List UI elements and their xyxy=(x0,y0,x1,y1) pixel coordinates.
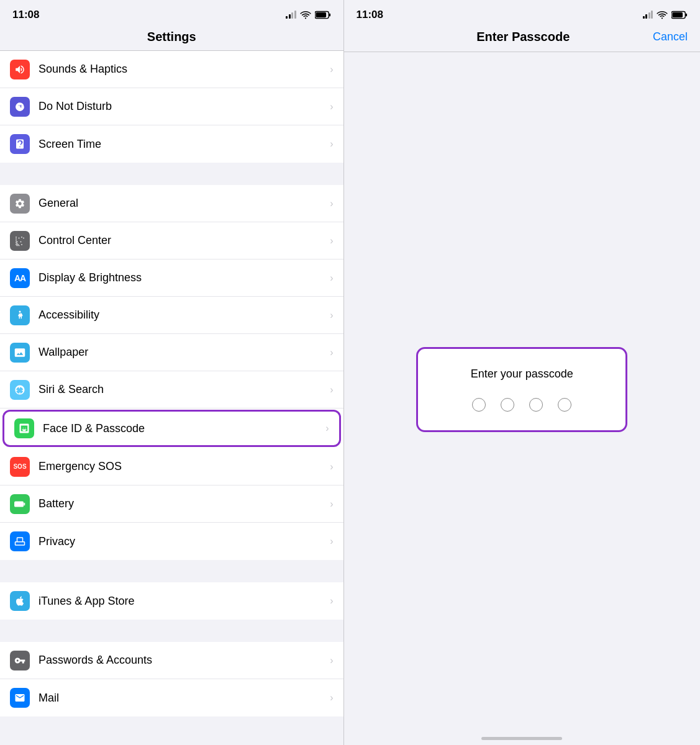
sidebar-item-siri-search[interactable]: Siri & Search › xyxy=(0,371,343,409)
svg-rect-4 xyxy=(14,501,24,507)
right-header: Enter Passcode Cancel xyxy=(344,26,700,52)
sidebar-item-itunes-app-store[interactable]: iTunes & App Store › xyxy=(0,582,343,620)
control-center-label: Control Center xyxy=(39,234,330,247)
sidebar-item-passwords-accounts[interactable]: Passwords & Accounts › xyxy=(0,642,343,679)
display-brightness-icon: AA xyxy=(10,268,30,288)
sounds-haptics-chevron: › xyxy=(330,64,333,75)
battery-chevron: › xyxy=(330,499,333,510)
face-id-passcode-label: Face ID & Passcode xyxy=(43,422,325,435)
left-time: 11:08 xyxy=(12,9,39,21)
wallpaper-label: Wallpaper xyxy=(39,346,330,359)
right-home-bar xyxy=(481,737,562,740)
accessibility-label: Accessibility xyxy=(39,309,330,322)
section-notifications: Sounds & Haptics › Do Not Disturb › Scre… xyxy=(0,51,343,163)
display-brightness-label: Display & Brightness xyxy=(39,271,330,284)
left-status-bar: 11:08 xyxy=(0,0,343,26)
right-status-bar: 11:08 xyxy=(344,0,700,26)
sidebar-item-do-not-disturb[interactable]: Do Not Disturb › xyxy=(0,88,343,125)
battery-icon xyxy=(315,11,331,19)
siri-search-label: Siri & Search xyxy=(39,383,330,396)
control-center-icon xyxy=(10,231,30,251)
passcode-dot-1 xyxy=(472,398,486,412)
mail-icon xyxy=(10,688,30,708)
sidebar-item-privacy[interactable]: Privacy › xyxy=(0,523,343,560)
sounds-haptics-icon xyxy=(10,60,30,79)
sidebar-item-face-id-passcode[interactable]: Face ID & Passcode › xyxy=(2,410,341,447)
gap-3 xyxy=(0,620,343,642)
gap-1 xyxy=(0,163,343,185)
siri-search-icon xyxy=(10,380,30,400)
sidebar-item-general[interactable]: General › xyxy=(0,185,343,222)
passcode-box: Enter your passcode xyxy=(416,347,627,432)
battery-label: Battery xyxy=(39,497,330,510)
general-label: General xyxy=(39,197,330,210)
accessibility-icon xyxy=(10,305,30,325)
gap-2 xyxy=(0,560,343,582)
face-id-icon xyxy=(14,418,34,438)
itunes-app-store-chevron: › xyxy=(330,595,333,607)
accessibility-chevron: › xyxy=(330,310,333,321)
privacy-label: Privacy xyxy=(39,535,330,548)
sidebar-item-screen-time[interactable]: Screen Time › xyxy=(0,125,343,163)
signal-icon xyxy=(286,11,296,19)
svg-rect-5 xyxy=(24,502,25,505)
privacy-chevron: › xyxy=(330,536,333,547)
page-title: Settings xyxy=(147,30,196,43)
sounds-haptics-label: Sounds & Haptics xyxy=(39,63,330,76)
face-id-passcode-chevron: › xyxy=(325,423,329,434)
do-not-disturb-chevron: › xyxy=(330,101,333,112)
section-system: General › Control Center › AA Display & … xyxy=(0,185,343,560)
sidebar-item-accessibility[interactable]: Accessibility › xyxy=(0,297,343,334)
wallpaper-chevron: › xyxy=(330,347,333,358)
settings-title-bar: Settings xyxy=(0,26,343,50)
section-apps1: iTunes & App Store › xyxy=(0,582,343,620)
right-panel: 11:08 Enter Passcode Cancel E xyxy=(344,0,700,745)
sidebar-item-display-brightness[interactable]: AA Display & Brightness › xyxy=(0,260,343,297)
screen-time-chevron: › xyxy=(330,138,333,150)
appstore-icon xyxy=(10,591,30,611)
wallpaper-icon xyxy=(10,343,30,363)
display-brightness-chevron: › xyxy=(330,273,333,284)
svg-point-3 xyxy=(19,310,21,312)
mail-label: Mail xyxy=(39,692,330,705)
screen-time-icon xyxy=(10,134,30,154)
right-bottom-area xyxy=(344,726,700,745)
siri-search-chevron: › xyxy=(330,384,333,395)
svg-rect-8 xyxy=(672,12,683,17)
right-signal-icon xyxy=(643,11,653,19)
passcode-prompt: Enter your passcode xyxy=(471,368,573,381)
svg-rect-2 xyxy=(316,12,326,17)
right-time: 11:08 xyxy=(357,9,383,21)
right-wifi-icon xyxy=(657,11,668,19)
sidebar-item-wallpaper[interactable]: Wallpaper › xyxy=(0,334,343,371)
left-status-icons xyxy=(286,11,331,19)
section-apps2: Passwords & Accounts › Mail › xyxy=(0,642,343,716)
do-not-disturb-label: Do Not Disturb xyxy=(39,100,330,113)
enter-passcode-title: Enter Passcode xyxy=(394,30,653,44)
cancel-button[interactable]: Cancel xyxy=(653,30,688,43)
privacy-icon xyxy=(10,531,30,551)
battery-row-icon xyxy=(10,494,30,514)
right-status-icons xyxy=(643,11,688,19)
sidebar-item-control-center[interactable]: Control Center › xyxy=(0,222,343,260)
emergency-sos-label: Emergency SOS xyxy=(39,460,330,473)
emergency-sos-icon: SOS xyxy=(10,457,30,477)
passcode-dot-2 xyxy=(501,398,514,412)
passwords-accounts-label: Passwords & Accounts xyxy=(39,654,330,667)
do-not-disturb-icon xyxy=(10,97,30,117)
sidebar-item-battery[interactable]: Battery › xyxy=(0,485,343,523)
sidebar-item-emergency-sos[interactable]: SOS Emergency SOS › xyxy=(0,448,343,485)
sidebar-item-sounds-haptics[interactable]: Sounds & Haptics › xyxy=(0,51,343,88)
control-center-chevron: › xyxy=(330,235,333,246)
passcode-dot-4 xyxy=(558,398,571,412)
general-chevron: › xyxy=(330,198,333,209)
passcode-content: Enter your passcode xyxy=(344,52,700,726)
passcode-dot-3 xyxy=(529,398,543,412)
settings-list: Sounds & Haptics › Do Not Disturb › Scre… xyxy=(0,51,343,745)
general-icon xyxy=(10,194,30,214)
svg-rect-1 xyxy=(329,14,330,17)
sidebar-item-mail[interactable]: Mail › xyxy=(0,679,343,716)
passwords-accounts-chevron: › xyxy=(330,655,333,666)
wifi-icon xyxy=(300,11,311,19)
screen-time-label: Screen Time xyxy=(39,138,330,151)
